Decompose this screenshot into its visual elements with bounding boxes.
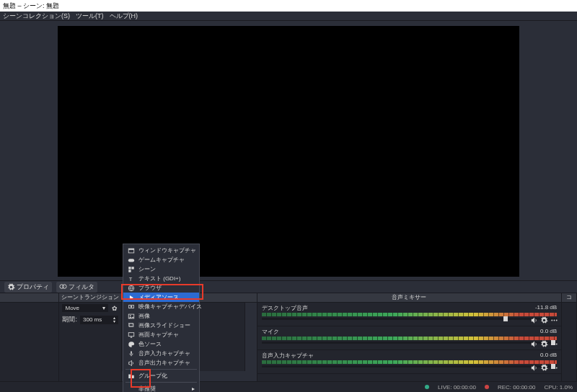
- context-menu-item[interactable]: ゲームキャプチャ: [123, 255, 199, 264]
- filters-button[interactable]: フィルタ: [56, 282, 97, 293]
- channel-name: マイク: [262, 328, 279, 336]
- folder-icon: [128, 373, 135, 380]
- context-menu-item[interactable]: ウィンドウキャプチャ: [123, 246, 199, 255]
- channel-name: 音声入力キャプチャ: [262, 352, 314, 360]
- speaker-icon[interactable]: [530, 316, 538, 324]
- channel-settings-button[interactable]: [540, 364, 548, 372]
- slideshow-icon: [128, 322, 135, 329]
- svg-rect-13: [128, 259, 134, 262]
- context-menu-label: テキスト (GDI+): [138, 275, 180, 282]
- context-menu-label: メディアソース: [138, 293, 179, 301]
- svg-point-3: [554, 320, 555, 321]
- channel-menu-button[interactable]: [550, 364, 558, 372]
- context-menu-item[interactable]: 画面キャプチャ: [123, 330, 199, 339]
- channel-settings-button[interactable]: [540, 316, 548, 324]
- properties-label: プロパティ: [17, 282, 49, 292]
- filters-label: フィルタ: [69, 282, 94, 292]
- preview-canvas[interactable]: [58, 26, 519, 277]
- context-menu-label: 音声出力キャプチャ: [138, 359, 190, 367]
- svg-point-8: [552, 368, 553, 369]
- context-menu-item[interactable]: シーン: [123, 264, 199, 274]
- svg-text:T: T: [129, 275, 133, 282]
- scenes-panel: [0, 293, 59, 383]
- scenes-list[interactable]: [0, 303, 58, 383]
- audio-in-icon: [128, 350, 135, 357]
- eye-icon[interactable]: [246, 330, 255, 337]
- volume-meter: [262, 337, 557, 340]
- volume-slider[interactable]: [262, 318, 557, 320]
- menu-help[interactable]: ヘルプ(H): [110, 12, 138, 21]
- svg-rect-12: [128, 249, 134, 250]
- color-icon: [128, 341, 135, 348]
- transition-select[interactable]: Move ▾: [62, 304, 107, 312]
- transition-settings-button[interactable]: ✿: [111, 305, 118, 312]
- volume-slider[interactable]: [262, 342, 557, 344]
- channel-db: 0.0 dB: [540, 352, 557, 360]
- bottom-panels: シーントランジション Move ▾ ✿ 期間: 300 ms ▴▾: [0, 293, 577, 383]
- context-menu-label: ゲームキャプチャ: [138, 256, 185, 264]
- context-menu-item[interactable]: 音声出力キャプチャ: [123, 358, 199, 368]
- context-menu-item[interactable]: 画像スライドショー: [123, 321, 199, 330]
- context-menu-item[interactable]: 音声入力キャプチャ: [123, 349, 199, 358]
- channel-menu-button[interactable]: [550, 340, 558, 348]
- context-menu-deprecated[interactable]: 非推奨▸: [123, 384, 199, 392]
- context-menu-item[interactable]: 画像: [123, 311, 199, 321]
- menu-tools[interactable]: ツール(T): [76, 12, 104, 21]
- mixer-channel: デスクトップ音声-11.8 dB: [257, 303, 561, 326]
- channel-name: デスクトップ音声: [262, 304, 308, 312]
- channel-menu-button[interactable]: [550, 316, 558, 324]
- properties-button[interactable]: プロパティ: [4, 282, 52, 293]
- svg-marker-19: [130, 295, 133, 300]
- display-icon: [128, 331, 135, 339]
- eye-icon[interactable]: [246, 311, 255, 318]
- audio-out-icon: [128, 360, 135, 367]
- mixer-title: 音声ミキサー: [257, 293, 561, 303]
- transitions-body: Move ▾ ✿ 期間: 300 ms ▴▾: [59, 303, 120, 383]
- context-menu-item[interactable]: ブラウザ: [123, 283, 199, 293]
- svg-rect-14: [128, 267, 131, 269]
- source-visibility-column: [245, 311, 255, 337]
- svg-point-23: [130, 315, 131, 316]
- audio-mixer-panel: 音声ミキサー デスクトップ音声-11.8 dBマイク0.0 dB音声入力キャプチ…: [257, 293, 562, 383]
- menubar: シーンコレクション(S) ツール(T) ヘルプ(H): [0, 12, 577, 21]
- volume-meter: [262, 360, 557, 364]
- channel-settings-button[interactable]: [540, 340, 548, 348]
- svg-point-6: [554, 344, 555, 345]
- eye-icon[interactable]: [246, 321, 255, 328]
- speaker-icon[interactable]: [530, 364, 538, 372]
- mixer-channel: 音声入力キャプチャ0.0 dB: [257, 350, 561, 374]
- transition-value: Move: [65, 305, 79, 311]
- speaker-icon[interactable]: [530, 340, 538, 348]
- duration-input[interactable]: 300 ms ▴▾: [80, 316, 118, 324]
- svg-rect-16: [128, 270, 131, 272]
- gear-icon: [7, 283, 15, 291]
- controls-body[interactable]: [562, 303, 576, 383]
- context-menu-item[interactable]: Tテキスト (GDI+): [123, 274, 199, 283]
- scenes-title: [0, 293, 58, 303]
- svg-point-4: [556, 320, 558, 321]
- context-menu-separator: [125, 369, 197, 370]
- context-menu-label: グループ化: [138, 372, 167, 380]
- svg-point-9: [554, 368, 555, 369]
- image-icon: [128, 313, 135, 320]
- context-menu-item[interactable]: 映像キャプチャデバイス: [123, 302, 199, 311]
- duration-label: 期間:: [62, 315, 77, 324]
- svg-point-10: [556, 368, 558, 369]
- preview-toolbar: プロパティ フィルタ: [0, 280, 577, 293]
- context-menu-item[interactable]: 色ソース: [123, 339, 199, 349]
- svg-rect-27: [131, 351, 132, 354]
- context-menu-label: ウィンドウキャプチャ: [138, 246, 196, 254]
- channel-db: 0.0 dB: [540, 328, 557, 336]
- svg-rect-15: [131, 267, 133, 269]
- preview-area: [0, 21, 577, 280]
- volume-slider[interactable]: [262, 365, 557, 368]
- context-menu-group[interactable]: グループ化: [123, 371, 199, 380]
- slider-knob[interactable]: [503, 316, 508, 321]
- context-menu-label: 画面キャプチャ: [138, 331, 179, 339]
- context-menu-item[interactable]: メディアソース: [123, 293, 199, 302]
- mixer-body: デスクトップ音声-11.8 dBマイク0.0 dB音声入力キャプチャ0.0 dB: [257, 303, 561, 383]
- menu-scene-collection[interactable]: シーンコレクション(S): [3, 12, 70, 21]
- add-source-context-menu: ウィンドウキャプチャゲームキャプチャシーンTテキスト (GDI+)ブラウザメディ…: [123, 244, 200, 392]
- status-rec: REC: 00:00:00: [498, 384, 535, 391]
- svg-point-7: [556, 344, 558, 345]
